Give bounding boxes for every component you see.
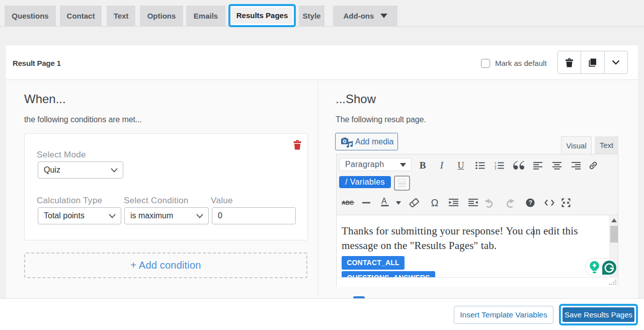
svg-text:?: ?: [529, 199, 533, 206]
svg-text:A: A: [381, 197, 387, 205]
svg-text:3: 3: [495, 167, 497, 170]
